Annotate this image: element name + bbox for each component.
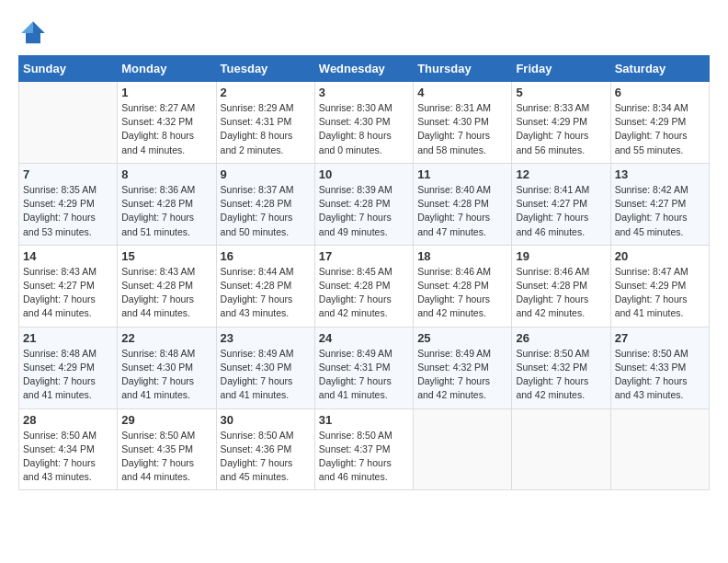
calendar-cell: 14Sunrise: 8:43 AMSunset: 4:27 PMDayligh… <box>19 245 118 327</box>
calendar-cell: 26Sunrise: 8:50 AMSunset: 4:32 PMDayligh… <box>512 327 610 408</box>
day-number: 2 <box>221 86 311 99</box>
calendar-cell: 12Sunrise: 8:41 AMSunset: 4:27 PMDayligh… <box>512 163 610 245</box>
header-day-friday: Friday <box>512 56 610 82</box>
day-number: 25 <box>417 331 507 345</box>
day-number: 3 <box>319 86 409 99</box>
day-detail: Sunrise: 8:50 AMSunset: 4:34 PMDaylight:… <box>23 429 113 485</box>
calendar-header: SundayMondayTuesdayWednesdayThursdayFrid… <box>19 56 710 82</box>
page-header <box>18 18 710 48</box>
calendar-table: SundayMondayTuesdayWednesdayThursdayFrid… <box>18 55 710 490</box>
day-detail: Sunrise: 8:30 AMSunset: 4:30 PMDaylight:… <box>319 101 409 157</box>
day-detail: Sunrise: 8:36 AMSunset: 4:28 PMDaylight:… <box>121 183 211 239</box>
day-detail: Sunrise: 8:48 AMSunset: 4:29 PMDaylight:… <box>23 347 113 403</box>
calendar-cell: 22Sunrise: 8:48 AMSunset: 4:30 PMDayligh… <box>118 327 216 408</box>
calendar-cell <box>19 82 118 164</box>
week-row-3: 21Sunrise: 8:48 AMSunset: 4:29 PMDayligh… <box>19 327 710 408</box>
calendar-cell: 1Sunrise: 8:27 AMSunset: 4:32 PMDaylight… <box>118 82 216 164</box>
day-detail: Sunrise: 8:49 AMSunset: 4:30 PMDaylight:… <box>221 347 311 403</box>
day-number: 23 <box>221 331 311 345</box>
day-detail: Sunrise: 8:50 AMSunset: 4:33 PMDaylight:… <box>615 347 705 403</box>
calendar-cell: 23Sunrise: 8:49 AMSunset: 4:30 PMDayligh… <box>216 327 314 408</box>
calendar-cell: 27Sunrise: 8:50 AMSunset: 4:33 PMDayligh… <box>610 327 709 408</box>
day-detail: Sunrise: 8:50 AMSunset: 4:37 PMDaylight:… <box>319 429 409 485</box>
day-detail: Sunrise: 8:41 AMSunset: 4:27 PMDaylight:… <box>516 183 606 239</box>
day-number: 20 <box>615 249 705 263</box>
day-detail: Sunrise: 8:27 AMSunset: 4:32 PMDaylight:… <box>121 101 211 157</box>
week-row-4: 28Sunrise: 8:50 AMSunset: 4:34 PMDayligh… <box>19 408 710 490</box>
day-number: 9 <box>221 167 311 181</box>
day-number: 29 <box>121 413 211 427</box>
calendar-cell: 30Sunrise: 8:50 AMSunset: 4:36 PMDayligh… <box>216 408 314 490</box>
header-day-thursday: Thursday <box>414 56 512 82</box>
day-detail: Sunrise: 8:33 AMSunset: 4:29 PMDaylight:… <box>516 101 606 157</box>
logo-icon <box>18 18 48 48</box>
day-detail: Sunrise: 8:49 AMSunset: 4:31 PMDaylight:… <box>319 347 409 403</box>
calendar-body: 1Sunrise: 8:27 AMSunset: 4:32 PMDaylight… <box>19 82 710 490</box>
calendar-cell: 9Sunrise: 8:37 AMSunset: 4:28 PMDaylight… <box>216 163 314 245</box>
day-detail: Sunrise: 8:47 AMSunset: 4:29 PMDaylight:… <box>615 265 705 321</box>
day-number: 27 <box>615 331 705 345</box>
calendar-cell: 5Sunrise: 8:33 AMSunset: 4:29 PMDaylight… <box>512 82 610 164</box>
day-number: 10 <box>319 167 409 181</box>
calendar-cell: 29Sunrise: 8:50 AMSunset: 4:35 PMDayligh… <box>118 408 216 490</box>
week-row-0: 1Sunrise: 8:27 AMSunset: 4:32 PMDaylight… <box>19 82 710 164</box>
day-detail: Sunrise: 8:43 AMSunset: 4:27 PMDaylight:… <box>23 265 113 321</box>
calendar-cell: 28Sunrise: 8:50 AMSunset: 4:34 PMDayligh… <box>19 408 118 490</box>
day-number: 13 <box>615 167 705 181</box>
calendar-cell: 15Sunrise: 8:43 AMSunset: 4:28 PMDayligh… <box>118 245 216 327</box>
day-number: 24 <box>319 331 409 345</box>
day-number: 18 <box>417 249 507 263</box>
day-detail: Sunrise: 8:44 AMSunset: 4:28 PMDaylight:… <box>221 265 311 321</box>
day-number: 30 <box>221 413 311 427</box>
calendar-cell: 3Sunrise: 8:30 AMSunset: 4:30 PMDaylight… <box>314 82 413 164</box>
day-detail: Sunrise: 8:35 AMSunset: 4:29 PMDaylight:… <box>23 183 113 239</box>
calendar-cell <box>610 408 709 490</box>
calendar-cell: 21Sunrise: 8:48 AMSunset: 4:29 PMDayligh… <box>19 327 118 408</box>
day-detail: Sunrise: 8:29 AMSunset: 4:31 PMDaylight:… <box>221 101 311 157</box>
logo <box>18 18 51 48</box>
day-detail: Sunrise: 8:42 AMSunset: 4:27 PMDaylight:… <box>615 183 705 239</box>
calendar-cell: 13Sunrise: 8:42 AMSunset: 4:27 PMDayligh… <box>610 163 709 245</box>
svg-marker-0 <box>33 21 45 33</box>
day-number: 15 <box>121 249 211 263</box>
day-number: 28 <box>23 413 113 427</box>
header-day-wednesday: Wednesday <box>314 56 413 82</box>
calendar-cell: 20Sunrise: 8:47 AMSunset: 4:29 PMDayligh… <box>610 245 709 327</box>
calendar-cell <box>414 408 512 490</box>
day-number: 26 <box>516 331 606 345</box>
calendar-cell: 17Sunrise: 8:45 AMSunset: 4:28 PMDayligh… <box>314 245 413 327</box>
day-number: 31 <box>319 413 409 427</box>
day-detail: Sunrise: 8:45 AMSunset: 4:28 PMDaylight:… <box>319 265 409 321</box>
calendar-cell: 7Sunrise: 8:35 AMSunset: 4:29 PMDaylight… <box>19 163 118 245</box>
day-number: 14 <box>23 249 113 263</box>
day-number: 17 <box>319 249 409 263</box>
calendar-cell: 2Sunrise: 8:29 AMSunset: 4:31 PMDaylight… <box>216 82 314 164</box>
calendar-cell: 19Sunrise: 8:46 AMSunset: 4:28 PMDayligh… <box>512 245 610 327</box>
calendar-cell: 11Sunrise: 8:40 AMSunset: 4:28 PMDayligh… <box>414 163 512 245</box>
day-detail: Sunrise: 8:40 AMSunset: 4:28 PMDaylight:… <box>417 183 507 239</box>
day-detail: Sunrise: 8:34 AMSunset: 4:29 PMDaylight:… <box>615 101 705 157</box>
calendar-cell: 25Sunrise: 8:49 AMSunset: 4:32 PMDayligh… <box>414 327 512 408</box>
day-number: 5 <box>516 86 606 99</box>
day-number: 19 <box>516 249 606 263</box>
day-detail: Sunrise: 8:46 AMSunset: 4:28 PMDaylight:… <box>516 265 606 321</box>
day-number: 16 <box>221 249 311 263</box>
header-day-monday: Monday <box>118 56 216 82</box>
calendar-cell: 10Sunrise: 8:39 AMSunset: 4:28 PMDayligh… <box>314 163 413 245</box>
calendar-cell: 4Sunrise: 8:31 AMSunset: 4:30 PMDaylight… <box>414 82 512 164</box>
day-detail: Sunrise: 8:49 AMSunset: 4:32 PMDaylight:… <box>417 347 507 403</box>
day-detail: Sunrise: 8:50 AMSunset: 4:32 PMDaylight:… <box>516 347 606 403</box>
calendar-cell: 8Sunrise: 8:36 AMSunset: 4:28 PMDaylight… <box>118 163 216 245</box>
day-detail: Sunrise: 8:46 AMSunset: 4:28 PMDaylight:… <box>417 265 507 321</box>
calendar-cell: 31Sunrise: 8:50 AMSunset: 4:37 PMDayligh… <box>314 408 413 490</box>
header-row: SundayMondayTuesdayWednesdayThursdayFrid… <box>19 56 710 82</box>
calendar-cell: 24Sunrise: 8:49 AMSunset: 4:31 PMDayligh… <box>314 327 413 408</box>
calendar-cell: 16Sunrise: 8:44 AMSunset: 4:28 PMDayligh… <box>216 245 314 327</box>
week-row-1: 7Sunrise: 8:35 AMSunset: 4:29 PMDaylight… <box>19 163 710 245</box>
day-detail: Sunrise: 8:50 AMSunset: 4:35 PMDaylight:… <box>121 429 211 485</box>
header-day-sunday: Sunday <box>19 56 118 82</box>
header-day-tuesday: Tuesday <box>216 56 314 82</box>
day-number: 11 <box>417 167 507 181</box>
svg-marker-1 <box>21 21 33 33</box>
calendar-cell <box>512 408 610 490</box>
